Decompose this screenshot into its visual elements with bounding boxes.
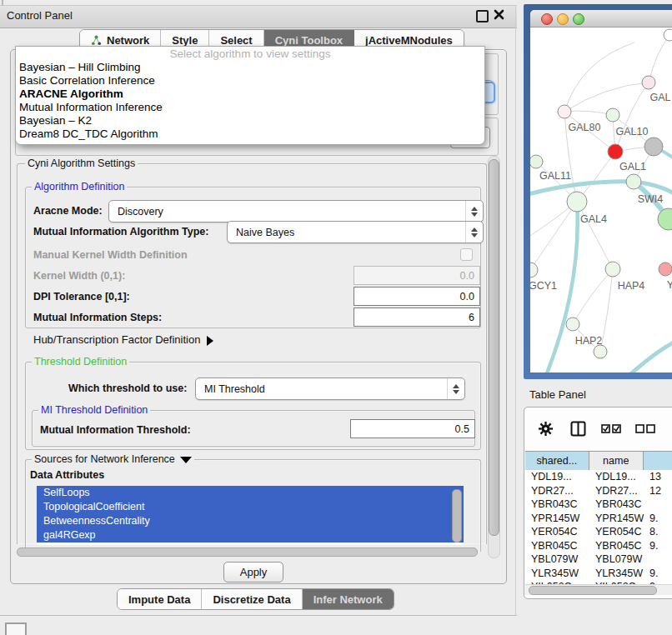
table-cell: YPR145W — [525, 512, 589, 524]
network-canvas[interactable]: GALGAL80GAL10GAL1GAL11SWI4GAL4GCY1HAP4YH… — [530, 28, 672, 372]
tab-label: Infer Network — [313, 593, 383, 606]
network-icon — [91, 35, 102, 46]
network-node-swi4[interactable] — [626, 174, 641, 189]
close-panel-icon[interactable] — [493, 8, 505, 21]
attributes-scrollbar-thumb[interactable] — [452, 489, 462, 542]
table-hscrollbar[interactable] — [525, 584, 672, 595]
network-node-y[interactable] — [659, 262, 672, 276]
tab-discretize-data[interactable]: Discretize Data — [202, 589, 302, 609]
network-node-hap4[interactable] — [605, 262, 620, 277]
algorithm-option[interactable]: Dream8 DC_TDC Algorithm — [16, 128, 484, 141]
table-cell: YLR345W — [525, 568, 589, 579]
sources-legend[interactable]: Sources for Network Inference — [32, 453, 194, 465]
network-node-gal11[interactable] — [530, 155, 543, 168]
tab-impute-data[interactable]: Impute Data — [118, 589, 202, 609]
table-cell: YDL19... — [525, 471, 589, 482]
kernel-width-label: Kernel Width (0,1): — [33, 270, 125, 282]
network-node-gal10[interactable] — [606, 108, 619, 122]
table-cell: YBR045C — [525, 540, 589, 552]
collapsed-panel-button[interactable] — [5, 622, 27, 635]
network-node-gal[interactable] — [642, 76, 655, 89]
column-header[interactable]: name — [589, 452, 644, 470]
network-node-labels: GALGAL80GAL10GAL1GAL11SWI4GAL4GCY1HAP4YH… — [530, 92, 672, 347]
network-node-gal4[interactable] — [567, 192, 587, 212]
network-node-gal80[interactable] — [558, 105, 571, 118]
mi-threshold-field[interactable]: 0.5 — [350, 419, 475, 438]
settings-scrollbar-thumb[interactable] — [489, 159, 499, 536]
network-node-gcy1[interactable] — [530, 262, 538, 278]
manual-kernel-label: Manual Kernel Width Definition — [33, 249, 188, 261]
minimize-window-icon[interactable] — [557, 13, 569, 25]
gear-icon[interactable] — [538, 421, 554, 437]
table-row[interactable]: YBR043CYBR043C — [525, 498, 672, 512]
node-label: GAL80 — [569, 122, 601, 133]
table-toolbar — [524, 408, 672, 449]
manual-kernel-checkbox[interactable] — [460, 248, 473, 261]
network-window-titlebar[interactable] — [530, 10, 672, 28]
tab-infer-network[interactable]: Infer Network — [303, 589, 394, 609]
table-row[interactable]: YDL19...YDL19...13 — [525, 470, 672, 484]
column-header[interactable] — [644, 452, 672, 470]
tab-label: jActiveMNodules — [365, 34, 453, 47]
table-row[interactable]: YBL079WYBL079W — [525, 552, 672, 567]
table-row[interactable]: YER054CYER054C8. — [525, 525, 672, 539]
node-label: GAL1 — [619, 161, 646, 172]
attribute-list-item[interactable]: SelfLoops — [37, 486, 464, 500]
network-node[interactable] — [664, 29, 672, 41]
network-node-hap2[interactable] — [566, 318, 579, 331]
table-panel-title: Table Panel — [529, 388, 586, 401]
mi-steps-field[interactable]: 6 — [354, 308, 480, 327]
data-attributes-list: SelfLoopsTopologicalCoefficientBetweenne… — [37, 486, 464, 545]
algorithm-option[interactable]: Bayesian – Hill Climbing — [16, 61, 484, 74]
table-row[interactable]: YLR345WYLR345W9. — [525, 567, 672, 581]
table-cell: YBR045C — [589, 540, 644, 552]
algorithm-placeholder: Select algorithm to view settings — [16, 47, 484, 61]
table-row[interactable]: YPR145WYPR145W9. — [525, 512, 672, 526]
node-label: HAP2 — [575, 335, 603, 347]
checked-checkboxes-icon[interactable] — [601, 424, 621, 433]
node-label: Y — [667, 279, 672, 291]
table-row[interactable]: YBR045CYBR045C9. — [525, 539, 672, 553]
algorithm-option[interactable]: Basic Correlation Inference — [16, 74, 484, 88]
network-node[interactable] — [594, 345, 607, 358]
unchecked-checkboxes-icon[interactable] — [635, 424, 655, 433]
close-window-icon[interactable] — [541, 13, 553, 25]
node-label: GAL10 — [616, 126, 649, 138]
dpi-tolerance-field[interactable]: 0.0 — [354, 287, 480, 306]
table-hscrollbar-thumb[interactable] — [529, 586, 657, 595]
app-root: { "control_panel": { "title": "Control P… — [0, 0, 672, 635]
aracne-mode-select[interactable]: Discovery — [108, 200, 484, 222]
hub-section-toggle[interactable]: Hub/Transcription Factor Definition — [33, 333, 213, 346]
algorithm-option[interactable]: Bayesian – K2 — [16, 114, 484, 128]
network-view-window[interactable]: GALGAL80GAL10GAL1GAL11SWI4GAL4GCY1HAP4YH… — [524, 4, 672, 379]
kernel-width-field[interactable]: 0.0 — [354, 266, 480, 285]
which-threshold-label: Which threshold to use: — [68, 382, 187, 394]
algorithm-option[interactable]: Mutual Information Inference — [16, 101, 484, 114]
apply-button[interactable]: Apply — [223, 562, 283, 582]
table-cell: 13 — [644, 471, 672, 482]
columns-icon[interactable] — [570, 421, 586, 437]
node-label: GAL4 — [580, 213, 607, 225]
table-cell: YDL19... — [589, 471, 644, 482]
node-label: HAP4 — [618, 280, 645, 292]
node-label: GAL — [649, 92, 670, 103]
panel-right-edge — [515, 5, 516, 616]
algorithm-option[interactable]: ARACNE Algorithm — [16, 88, 484, 101]
which-threshold-select[interactable]: MI Threshold — [195, 378, 465, 400]
attribute-list-item[interactable]: TopologicalCoefficient — [37, 500, 464, 514]
float-panel-icon[interactable] — [476, 10, 489, 22]
chevron-right-icon — [207, 336, 213, 346]
network-node[interactable] — [644, 138, 663, 156]
column-header[interactable]: shared... — [525, 452, 589, 470]
network-node-gal1[interactable] — [608, 144, 623, 159]
table-cell: YER054C — [589, 526, 644, 538]
table-cell: YLR345W — [589, 568, 644, 579]
settings-hscrollbar-thumb[interactable] — [17, 548, 478, 557]
node-label: SWI4 — [638, 193, 664, 205]
attribute-list-item[interactable]: gal4RGexp — [37, 528, 464, 542]
zoom-window-icon[interactable] — [573, 13, 584, 25]
attribute-list-item[interactable]: BetweennessCentrality — [37, 514, 464, 528]
mi-type-select[interactable]: Naive Bayes — [227, 221, 484, 243]
table-row[interactable]: YDR27...YDR27...12 — [525, 484, 672, 498]
control-panel-title: Control Panel — [7, 9, 73, 22]
